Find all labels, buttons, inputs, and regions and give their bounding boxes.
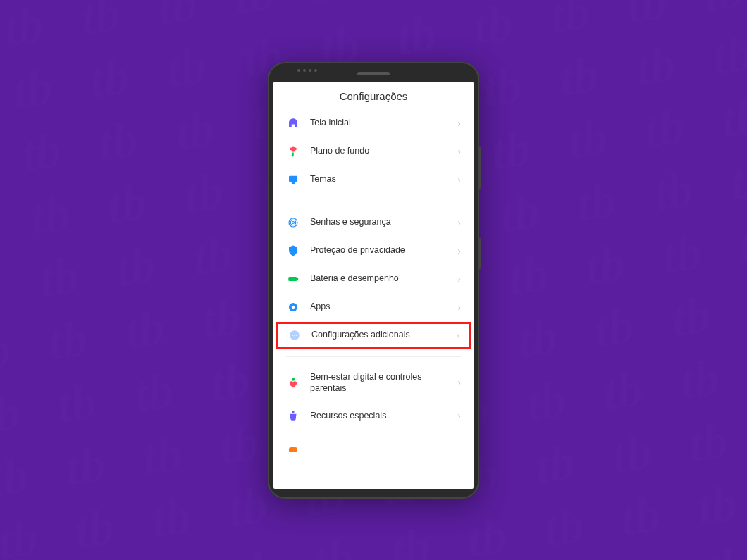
gear-icon: [286, 300, 300, 314]
svg-rect-7: [288, 277, 297, 281]
settings-item-label: Recursos especiais: [310, 410, 447, 422]
phone-frame: Configurações Tela inicial › Plano de fu…: [268, 62, 479, 499]
svg-point-10: [292, 305, 295, 309]
page-title: Configurações: [273, 82, 474, 109]
settings-item-label: Bem-estar digital e controles parentais: [310, 371, 447, 395]
settings-section: Bem-estar digital e controles parentais …: [273, 364, 474, 430]
chevron-right-icon: ›: [457, 217, 461, 228]
flower-icon: [286, 144, 300, 158]
shield-icon: [286, 244, 300, 258]
settings-item-wellbeing[interactable]: Bem-estar digital e controles parentais …: [273, 364, 474, 402]
chevron-right-icon: ›: [457, 377, 461, 388]
settings-item-themes[interactable]: Temas ›: [273, 166, 474, 194]
chevron-right-icon: ›: [457, 245, 461, 256]
dots-icon: [288, 328, 302, 342]
settings-section: Tela inicial › Plano de fundo › Temas ›: [273, 109, 474, 194]
fingerprint-icon: [286, 216, 300, 230]
battery-icon: [286, 272, 300, 286]
chevron-right-icon: ›: [456, 330, 459, 341]
settings-item-battery[interactable]: Bateria e desempenho ›: [273, 265, 474, 293]
svg-point-13: [294, 335, 295, 336]
svg-point-5: [290, 220, 296, 225]
settings-item-peek[interactable]: [273, 444, 474, 452]
settings-section: [273, 444, 474, 452]
settings-item-privacy[interactable]: Proteção de privacidade ›: [273, 237, 474, 265]
settings-item-label: Tela inicial: [310, 117, 447, 129]
svg-rect-8: [297, 278, 299, 280]
unknown-icon: [286, 444, 300, 452]
settings-item-label: Proteção de privacidade: [310, 244, 447, 256]
section-divider: [286, 356, 461, 357]
home-icon: [286, 116, 300, 130]
settings-item-label: Apps: [310, 301, 447, 313]
settings-item-label: Configurações adicionais: [311, 329, 446, 341]
svg-rect-2: [289, 175, 297, 181]
settings-item-wallpaper[interactable]: Plano de fundo ›: [273, 137, 474, 166]
section-divider: [286, 201, 461, 201]
chevron-right-icon: ›: [457, 273, 461, 285]
power-button: [479, 238, 481, 269]
chevron-right-icon: ›: [457, 410, 461, 421]
chevron-right-icon: ›: [457, 174, 461, 185]
bag-icon: [286, 409, 300, 423]
theme-icon: [286, 173, 300, 187]
svg-point-15: [292, 378, 295, 382]
chevron-right-icon: ›: [457, 146, 461, 157]
volume-button: [479, 147, 481, 189]
settings-item-label: Senhas e segurança: [310, 216, 447, 228]
settings-item-security[interactable]: Senhas e segurança ›: [273, 209, 474, 237]
sensor-dots: [297, 69, 317, 72]
svg-point-14: [296, 335, 297, 336]
settings-item-special[interactable]: Recursos especiais ›: [273, 402, 474, 430]
settings-item-label: Temas: [310, 173, 447, 185]
settings-item-label: Plano de fundo: [310, 145, 447, 157]
section-divider: [286, 437, 461, 437]
settings-item-additional[interactable]: Configurações adicionais ›: [275, 321, 472, 349]
svg-point-6: [292, 221, 295, 223]
settings-item-home[interactable]: Tela inicial ›: [273, 109, 474, 137]
chevron-right-icon: ›: [457, 118, 461, 129]
svg-rect-17: [289, 447, 297, 452]
settings-section: Senhas e segurança › Proteção de privaci…: [273, 209, 474, 349]
heart-person-icon: [286, 375, 300, 390]
settings-item-apps[interactable]: Apps ›: [273, 293, 474, 321]
svg-point-12: [292, 335, 293, 336]
phone-screen: Configurações Tela inicial › Plano de fu…: [273, 82, 474, 489]
svg-rect-3: [292, 182, 295, 183]
settings-item-label: Bateria e desempenho: [310, 273, 447, 285]
svg-point-16: [292, 411, 294, 413]
phone-speaker: [357, 72, 390, 75]
chevron-right-icon: ›: [457, 301, 461, 313]
